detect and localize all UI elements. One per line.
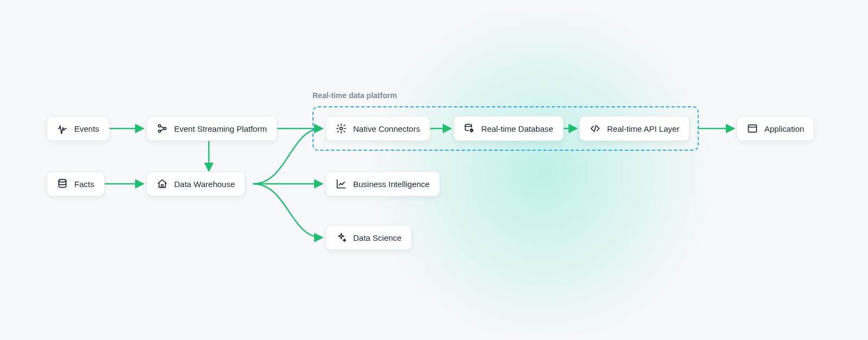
node-native-connectors: Native Connectors — [326, 116, 430, 141]
window-icon — [747, 123, 758, 134]
node-realtime-api: Real-time API Layer — [579, 116, 690, 141]
gear-icon — [336, 123, 347, 134]
node-realtime-database: Real-time Database — [454, 116, 564, 141]
svg-rect-7 — [749, 125, 757, 132]
svg-point-5 — [465, 124, 472, 126]
nodes-icon — [157, 123, 168, 134]
node-event-streaming: Event Streaming Platform — [146, 116, 277, 141]
chart-icon — [336, 178, 347, 189]
node-label: Business Intelligence — [353, 179, 430, 189]
code-icon — [590, 123, 601, 134]
node-data-warehouse: Data Warehouse — [146, 171, 245, 196]
diagram-canvas: Real-time data platform Events Facts Eve… — [0, 0, 868, 340]
svg-point-0 — [59, 179, 66, 182]
svg-point-4 — [340, 127, 343, 130]
node-label: Data Warehouse — [174, 179, 235, 189]
node-label: Application — [764, 124, 804, 133]
node-events: Events — [47, 116, 110, 141]
node-business-intelligence: Business Intelligence — [326, 171, 440, 196]
node-label: Facts — [74, 179, 94, 189]
node-data-science: Data Science — [326, 225, 412, 250]
waveform-icon — [57, 123, 68, 134]
node-label: Events — [74, 124, 99, 133]
database-gear-icon — [464, 123, 475, 134]
sparkle-icon — [336, 232, 347, 243]
node-label: Real-time API Layer — [607, 124, 679, 133]
node-label: Data Science — [353, 233, 401, 242]
node-label: Event Streaming Platform — [174, 124, 267, 133]
home-icon — [157, 178, 168, 189]
platform-label: Real-time data platform — [312, 91, 397, 100]
node-application: Application — [737, 116, 814, 141]
node-facts: Facts — [47, 171, 105, 196]
node-label: Real-time Database — [481, 124, 553, 133]
database-icon — [57, 178, 68, 189]
connectors-layer — [0, 0, 868, 340]
node-label: Native Connectors — [353, 124, 420, 133]
